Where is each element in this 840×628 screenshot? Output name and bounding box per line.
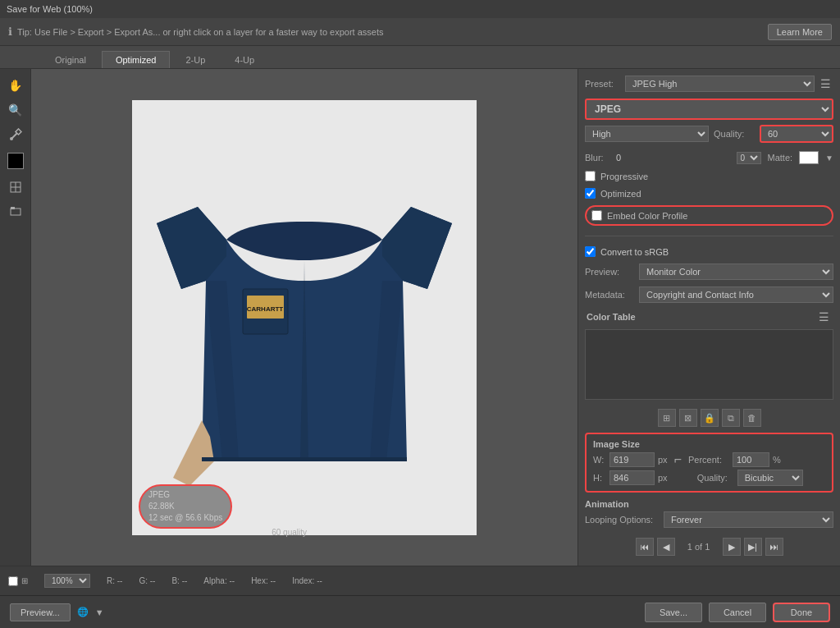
- cancel-button[interactable]: Cancel: [709, 603, 766, 622]
- preset-select[interactable]: JPEG High: [625, 76, 815, 92]
- play-button[interactable]: ▶: [723, 538, 741, 556]
- convert-srgb-label[interactable]: Convert to sRGB: [600, 247, 669, 257]
- preview-button[interactable]: Preview...: [10, 603, 71, 621]
- looping-row: Looping Options: Forever Once 3 Times: [585, 511, 833, 528]
- percent-row: Percent: %: [688, 452, 781, 467]
- quality-row: High Low Medium Very High Maximum Qualit…: [585, 125, 833, 143]
- convert-srgb-checkbox[interactable]: [585, 246, 596, 257]
- looping-label: Looping Options:: [585, 515, 659, 525]
- duplicate-icon-btn[interactable]: ⧉: [722, 409, 740, 427]
- percent-input[interactable]: [733, 452, 769, 467]
- width-row: W: px: [593, 452, 668, 467]
- format-row: JPEG PNG-8 PNG-24 GIF: [585, 99, 833, 120]
- embed-color-row: Embed Color Profile: [591, 209, 827, 222]
- color-table-header: Color Table ☰: [585, 308, 833, 326]
- eyedropper-tool[interactable]: [6, 125, 25, 144]
- width-input[interactable]: [609, 452, 655, 467]
- tools-panel: ✋ 🔍: [0, 69, 31, 566]
- last-frame-button[interactable]: ⏭: [765, 538, 783, 556]
- resize-icon-btn[interactable]: ⊞: [658, 409, 676, 427]
- width-label: W:: [593, 455, 606, 465]
- matte-label: Matte:: [768, 153, 793, 163]
- matte-dropdown-icon[interactable]: ▼: [825, 154, 833, 163]
- footer-bar: Preview... 🌐 ▼ Save... Cancel Done: [0, 595, 840, 628]
- prev-frame-button[interactable]: ◀: [657, 538, 675, 556]
- tab-4up[interactable]: 4-Up: [221, 51, 268, 68]
- slice-icon: [6, 177, 25, 197]
- metadata-row: Metadata: Copyright and Contact Info: [585, 285, 833, 305]
- tip-text: Tip: Use File > Export > Export As... or…: [17, 27, 763, 37]
- learn-more-button[interactable]: Learn More: [768, 24, 832, 40]
- file-size: 62.88K: [148, 501, 222, 512]
- blur-matte-row: Blur: 0 0 Matte: ▼: [585, 149, 833, 166]
- height-input[interactable]: [609, 470, 655, 485]
- hand-tool[interactable]: ✋: [6, 76, 25, 95]
- embed-color-checkbox[interactable]: [591, 210, 602, 221]
- foreground-color-swatch[interactable]: [7, 153, 24, 169]
- quality-algo-select[interactable]: Bicubic Bilinear Nearest Neighbor: [737, 470, 803, 486]
- done-button[interactable]: Done: [773, 603, 830, 622]
- progressive-label[interactable]: Progressive: [600, 172, 648, 181]
- download-time: 12 sec @ 56.6 Kbps: [148, 512, 222, 524]
- image-size-section: Image Size W: px ⌐ Percent: % H:: [585, 433, 833, 493]
- save-button[interactable]: Save...: [645, 603, 702, 622]
- svg-text:CARHARTT: CARHARTT: [247, 305, 284, 313]
- zoom-tool[interactable]: 🔍: [6, 100, 25, 120]
- optimized-label[interactable]: Optimized: [600, 189, 641, 199]
- image-size-title: Image Size: [593, 439, 825, 449]
- format-container: JPEG PNG-8 PNG-24 GIF: [585, 99, 833, 121]
- preview-checkbox-row: ⊞: [8, 576, 28, 586]
- tab-optimized[interactable]: Optimized: [102, 51, 171, 68]
- percent-label: Percent:: [688, 455, 729, 465]
- looping-select[interactable]: Forever Once 3 Times: [664, 511, 833, 528]
- browser-dropdown-icon[interactable]: ▼: [95, 607, 104, 617]
- optimized-checkbox[interactable]: [585, 188, 596, 199]
- status-bar: ⊞ 100% 50% 200% R: -- G: -- B: -- Alpha:…: [0, 566, 840, 595]
- g-value: G: --: [139, 576, 155, 585]
- progressive-checkbox[interactable]: [585, 171, 596, 181]
- file-format: JPEG: [148, 489, 222, 501]
- animation-section: Animation Looping Options: Forever Once …: [585, 499, 833, 528]
- blur-select[interactable]: 0: [737, 152, 761, 164]
- frame-counter: 1 of 1: [678, 542, 719, 552]
- preview-select[interactable]: Monitor Color: [639, 264, 833, 280]
- first-frame-button[interactable]: ⏮: [636, 538, 654, 556]
- format-select[interactable]: JPEG PNG-8 PNG-24 GIF: [585, 99, 833, 120]
- matte-color-swatch[interactable]: [799, 151, 819, 164]
- color-table-menu-icon[interactable]: ☰: [816, 310, 832, 323]
- height-unit: px: [658, 473, 668, 483]
- quality-value-label: 60 quality: [272, 528, 307, 537]
- quality-algo-row: Quality: Bicubic Bilinear Nearest Neighb…: [697, 470, 803, 486]
- preset-menu-icon[interactable]: ☰: [818, 77, 833, 90]
- canvas-content: CARHARTT JPEG 62.88K 12: [31, 69, 578, 566]
- delete-icon-btn[interactable]: 🗑: [743, 409, 761, 427]
- browser-icon[interactable]: 🌐: [77, 607, 89, 617]
- metadata-select[interactable]: Copyright and Contact Info: [639, 286, 833, 303]
- zoom-select[interactable]: 100% 50% 200%: [44, 574, 90, 588]
- separator-1: [585, 236, 833, 236]
- lock-icon-btn[interactable]: 🔒: [701, 409, 719, 427]
- tab-2up[interactable]: 2-Up: [171, 51, 219, 68]
- embed-color-label[interactable]: Embed Color Profile: [607, 211, 687, 221]
- tabs-row: Original Optimized 2-Up 4-Up: [0, 46, 840, 69]
- info-icon: ℹ: [8, 25, 12, 38]
- metadata-label: Metadata:: [585, 290, 634, 300]
- preview-row: Preview: Monitor Color: [585, 262, 833, 282]
- percent-sign: %: [773, 455, 781, 465]
- index-value: Index: --: [292, 576, 322, 585]
- link-icon: ⌐: [674, 452, 682, 467]
- tab-original[interactable]: Original: [41, 51, 100, 68]
- quality-level-select[interactable]: High Low Medium Very High Maximum: [585, 126, 709, 142]
- embed-color-container: Embed Color Profile: [585, 205, 833, 226]
- optimized-row: Optimized: [585, 186, 833, 200]
- alpha-value: Alpha: --: [203, 576, 235, 585]
- quality-number-select[interactable]: 60: [760, 125, 833, 143]
- title-bar: Save for Web (100%): [0, 0, 840, 18]
- canvas-area: CARHARTT JPEG 62.88K 12: [31, 69, 578, 566]
- footer-right: Save... Cancel Done: [645, 603, 830, 622]
- next-frame-button[interactable]: ▶|: [744, 538, 762, 556]
- preview-toggle-checkbox[interactable]: [8, 576, 18, 586]
- grid-icon-btn[interactable]: ⊠: [679, 409, 697, 427]
- right-panel: Preset: JPEG High ☰ JPEG PNG-8 PNG-24 GI…: [578, 69, 840, 566]
- svg-rect-6: [11, 209, 21, 215]
